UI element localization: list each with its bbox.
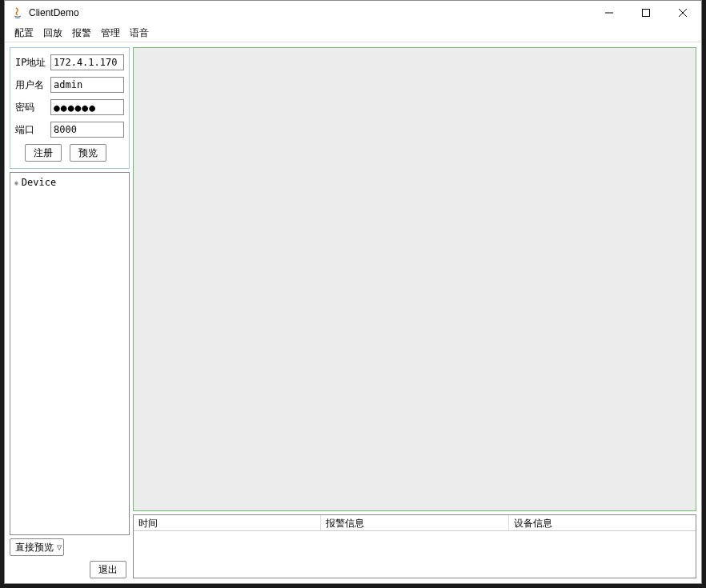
window-controls [591,1,701,25]
col-alarm-info[interactable]: 报警信息 [321,515,508,530]
chevron-down-icon: ▽ [57,544,62,551]
exit-button[interactable]: 退出 [90,561,126,578]
ip-label: IP地址 [15,56,47,70]
preview-button[interactable]: 预览 [70,144,106,162]
tree-root-item[interactable]: ◉ Device [14,176,126,189]
table-header: 时间 报警信息 设备信息 [134,515,696,531]
username-input[interactable] [50,77,124,93]
port-input[interactable] [50,122,124,138]
window-title: ClientDemo [29,7,591,18]
content-area: IP地址 用户名 密码 端口 注册 预览 [5,42,701,583]
menu-alarm[interactable]: 报警 [69,25,94,42]
register-button[interactable]: 注册 [25,144,62,162]
tree-root-label: Device [22,177,56,188]
svg-rect-1 [643,10,650,17]
username-label: 用户名 [15,78,47,92]
menubar: 配置 回放 报警 管理 语音 [5,25,701,42]
menu-voice[interactable]: 语音 [126,25,152,42]
menu-config[interactable]: 配置 [11,25,37,42]
device-tree[interactable]: ◉ Device [10,172,130,535]
right-panel: 时间 报警信息 设备信息 [133,47,696,578]
java-icon [11,6,24,19]
video-preview-panel[interactable] [133,47,696,511]
minimize-button[interactable] [591,1,628,25]
menu-manage[interactable]: 管理 [98,25,123,42]
connection-form: IP地址 用户名 密码 端口 注册 预览 [10,47,130,169]
preview-mode-combo[interactable]: 直接预览 ▽ [10,538,64,556]
password-input[interactable] [50,99,124,115]
alarm-table: 时间 报警信息 设备信息 [133,514,696,578]
app-window: ClientDemo 配置 回放 报警 管理 语音 IP地址 [4,0,702,584]
menu-playback[interactable]: 回放 [40,25,66,42]
bottom-left-controls: 直接预览 ▽ 退出 [10,538,130,578]
close-button[interactable] [664,1,701,25]
tree-node-icon: ◉ [14,179,18,186]
password-label: 密码 [15,101,47,114]
col-device-info[interactable]: 设备信息 [509,515,696,530]
maximize-button[interactable] [628,1,664,25]
combo-value: 直接预览 [15,541,54,554]
col-time[interactable]: 时间 [134,515,321,530]
left-panel: IP地址 用户名 密码 端口 注册 预览 [10,47,130,578]
ip-input[interactable] [50,54,124,70]
titlebar: ClientDemo [5,1,701,25]
port-label: 端口 [15,123,47,137]
